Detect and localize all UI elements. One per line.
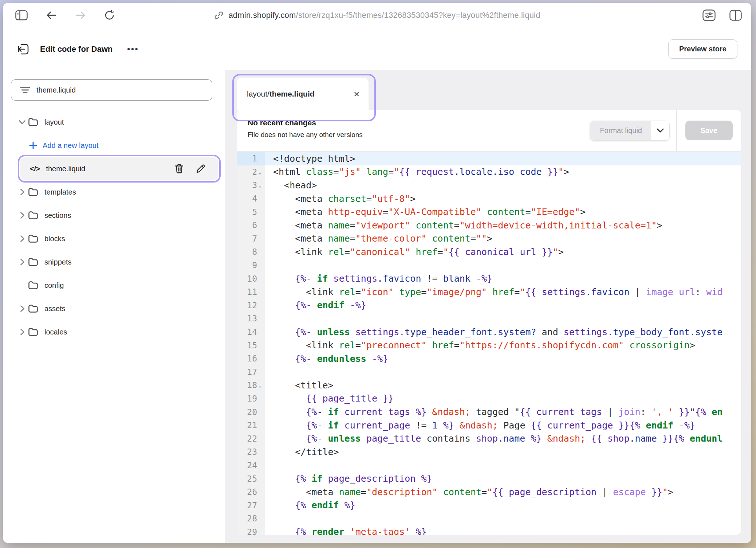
delete-file-icon[interactable] — [174, 164, 184, 174]
line-number-gutter: 5 — [237, 205, 265, 219]
code-line-content: {%- unless settings.type_header_font.sys… — [265, 325, 741, 339]
code-token: <title> — [273, 380, 334, 391]
more-menu-button[interactable]: ••• — [127, 44, 139, 54]
chevron-right-icon[interactable] — [17, 305, 27, 312]
line-number: 3 — [237, 180, 257, 190]
close-tab-icon[interactable]: ✕ — [353, 90, 360, 98]
format-liquid-label[interactable]: Format liquid — [590, 121, 651, 140]
code-token: endunless — [317, 353, 366, 364]
folder-icon — [28, 328, 38, 336]
code-token: settings — [542, 287, 586, 297]
format-liquid-button[interactable]: Format liquid — [590, 121, 670, 140]
code-token: .type_header_font.system? — [399, 327, 536, 337]
file-search-input[interactable]: theme.liquid — [11, 79, 212, 101]
code-token — [273, 527, 295, 535]
code-token: = — [350, 233, 355, 244]
line-number: 28 — [237, 514, 257, 523]
chevron-right-icon[interactable] — [17, 328, 27, 336]
code-token: {{ — [525, 287, 542, 297]
app-header: Edit code for Dawn ••• Preview store — [3, 28, 751, 70]
code-token: {%- — [295, 273, 317, 284]
chevron-right-icon[interactable] — [17, 258, 27, 266]
code-panel: No recent changes File does not have any… — [237, 110, 741, 535]
code-line-content: <!doctype html> — [265, 152, 741, 165]
line-number: 14 — [237, 327, 257, 337]
line-number-gutter: 18⌄ — [237, 379, 265, 392]
code-token: 'meta-tags' — [350, 527, 410, 535]
code-token — [427, 407, 432, 417]
line-number: 16 — [237, 354, 257, 363]
chevron-right-icon[interactable] — [17, 212, 27, 219]
code-line-content: {%- endunless -%} — [265, 352, 741, 365]
code-line: 21 {%- if current_page != 1 %} &ndash; P… — [237, 419, 741, 432]
sidebar-item-blocks[interactable]: blocks — [3, 227, 225, 250]
chevron-down-icon[interactable] — [17, 120, 27, 125]
sidebar-item-assets[interactable]: assets — [3, 297, 225, 320]
code-token: {{ — [520, 407, 536, 417]
code-token: {{ page_title }} — [306, 393, 394, 404]
forward-icon[interactable] — [75, 11, 86, 20]
code-token: {%- — [306, 433, 328, 444]
code-token: {{ current_page }} — [531, 420, 630, 431]
code-token: %} — [410, 527, 426, 535]
code-editor[interactable]: 1<!doctype html>2⌄<html class="js" lang=… — [237, 152, 741, 535]
code-token: = — [334, 167, 339, 177]
code-token: .favicon — [377, 273, 421, 284]
code-line: 2⌄<html class="js" lang="{{ request.loca… — [237, 165, 741, 179]
line-number-gutter: 25 — [237, 472, 265, 485]
code-token: "" — [476, 233, 487, 244]
line-number: 12 — [237, 301, 257, 310]
code-line-content — [265, 512, 741, 525]
rename-file-icon[interactable] — [196, 164, 206, 174]
fold-toggle-icon[interactable]: ⌄ — [257, 170, 263, 176]
exit-icon[interactable] — [17, 43, 30, 56]
line-number: 20 — [237, 407, 257, 417]
line-number: 24 — [237, 461, 257, 470]
code-token: = — [438, 247, 443, 257]
sidebar-item-config[interactable]: config — [3, 274, 225, 297]
page-title: Edit code for Dawn — [40, 44, 113, 54]
sidebar-item-label: layout — [44, 118, 64, 126]
line-number: 15 — [237, 341, 257, 350]
back-icon[interactable] — [46, 11, 57, 20]
sidebar-item-snippets[interactable]: snippets — [3, 250, 225, 274]
code-token — [426, 340, 432, 351]
split-view-icon[interactable] — [729, 9, 742, 21]
fold-toggle-icon[interactable]: ⌄ — [257, 383, 263, 389]
sidebar-item-theme-liquid[interactable]: </>theme.liquid — [20, 157, 218, 180]
sidebar-item-locales[interactable]: locales — [3, 320, 225, 344]
tab-layout-theme-liquid[interactable]: layout/theme.liquid ✕ — [237, 78, 369, 110]
code-token: escape — [613, 487, 646, 497]
line-number: 10 — [237, 274, 257, 283]
preview-store-button[interactable]: Preview store — [668, 39, 737, 59]
code-token — [273, 393, 306, 404]
save-button[interactable]: Save — [685, 121, 733, 140]
line-number: 6 — [237, 220, 257, 230]
address-bar[interactable]: admin.shopify.com/store/rzq1xu-f5/themes… — [214, 11, 540, 20]
link-icon — [214, 11, 223, 20]
code-token: "width=device-width,initial-scale=1" — [460, 220, 657, 231]
sidebar-item-layout[interactable]: layout — [3, 110, 225, 134]
code-token: {% — [295, 500, 311, 510]
format-liquid-caret[interactable] — [651, 121, 670, 140]
code-token: href — [432, 340, 454, 351]
sidebar-toggle-icon[interactable] — [15, 10, 28, 20]
code-token: "viewport" — [355, 220, 410, 231]
code-token: = — [388, 167, 394, 177]
code-token: = — [361, 487, 366, 497]
sidebar-item-templates[interactable]: templates — [3, 180, 225, 204]
code-token: | — [602, 407, 618, 417]
code-token — [350, 327, 355, 337]
code-token — [426, 233, 432, 244]
code-token: en — [712, 407, 722, 417]
sidebar-item-add-a-new-layout[interactable]: Add a new layout — [3, 134, 225, 157]
page-settings-icon[interactable] — [702, 9, 716, 21]
chevron-right-icon[interactable] — [17, 235, 27, 242]
code-token — [344, 527, 350, 535]
code-line: 24 — [237, 459, 741, 472]
sidebar-item-sections[interactable]: sections — [3, 204, 225, 227]
fold-toggle-icon[interactable]: ⌄ — [257, 183, 263, 189]
chevron-right-icon[interactable] — [17, 188, 27, 196]
code-line: 4 <meta charset="utf-8"> — [237, 192, 741, 206]
reload-icon[interactable] — [104, 10, 115, 21]
